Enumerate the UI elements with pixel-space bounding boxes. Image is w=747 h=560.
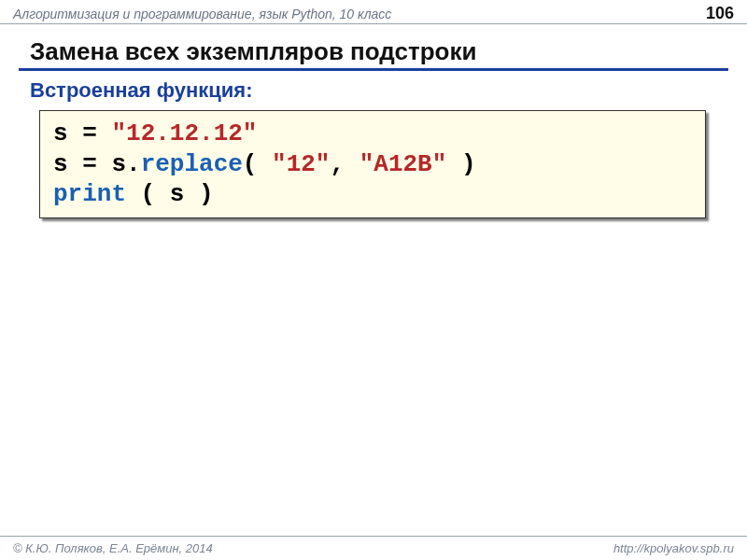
code-line-2: s = s.replace( "12", "A12B" ): [53, 149, 692, 180]
code-string: "A12B": [359, 150, 447, 178]
course-title: Алгоритмизация и программирование, язык …: [13, 7, 391, 21]
slide-subtitle: Встроенная функция:: [30, 78, 728, 103]
code-text: ): [446, 150, 475, 178]
footer-url: http://kpolyakov.spb.ru: [613, 541, 734, 555]
code-keyword: print: [53, 180, 126, 208]
title-wrap: Замена всех экземпляров подстроки: [19, 37, 728, 71]
slide-header: Алгоритмизация и программирование, язык …: [0, 0, 747, 24]
code-line-3: print ( s ): [53, 179, 692, 210]
copyright: © К.Ю. Поляков, Е.А. Ерёмин, 2014: [13, 541, 213, 555]
code-text: s =: [53, 119, 111, 147]
code-text: ,: [330, 150, 359, 178]
code-block: s = "12.12.12" s = s.replace( "12", "A12…: [39, 110, 706, 218]
code-text: ( s ): [126, 180, 214, 208]
page-number: 106: [706, 4, 734, 23]
code-text: s = s.: [53, 150, 141, 178]
slide-title: Замена всех экземпляров подстроки: [19, 37, 728, 66]
code-string: "12.12.12": [111, 119, 257, 147]
code-string: "12": [272, 150, 330, 178]
code-line-1: s = "12.12.12": [53, 119, 692, 149]
code-func: replace: [141, 150, 243, 178]
code-text: (: [243, 150, 272, 178]
slide-footer: © К.Ю. Поляков, Е.А. Ерёмин, 2014 http:/…: [0, 536, 747, 560]
